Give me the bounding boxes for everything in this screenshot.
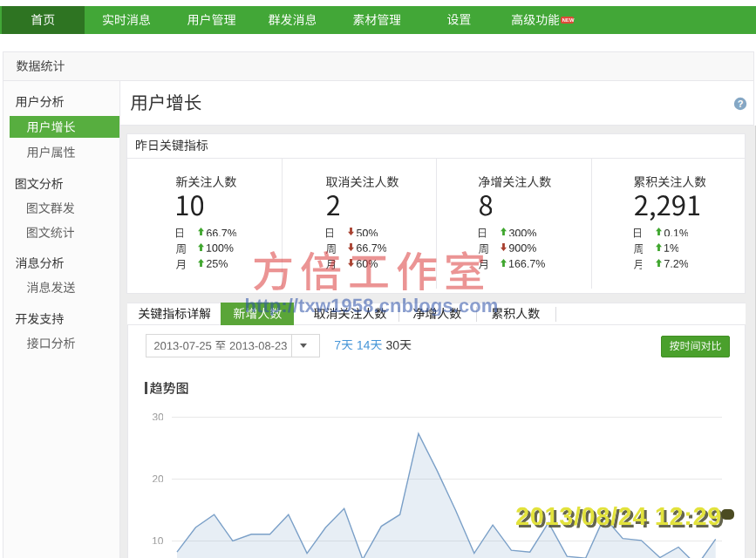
svg-text:?: ? [738,99,744,109]
